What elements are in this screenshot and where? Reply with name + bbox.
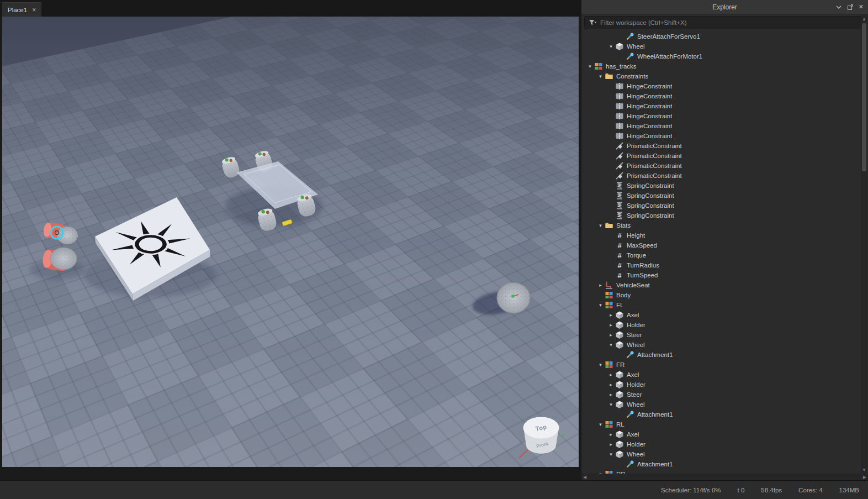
tree-item-attachment1[interactable]: Attachment1 xyxy=(581,350,860,360)
tree-item-hingeconstraint[interactable]: HingeConstraint xyxy=(581,131,860,141)
red-cylinder-parts[interactable] xyxy=(30,222,85,280)
expand-down-arrow[interactable]: ▾ xyxy=(607,342,615,348)
tree-item-springconstraint[interactable]: SpringConstraint xyxy=(581,201,860,211)
tree-item-label: Holder xyxy=(627,381,645,388)
expand-right-arrow[interactable]: ▸ xyxy=(596,282,605,288)
tree-item-springconstraint[interactable]: SpringConstraint xyxy=(581,191,860,201)
tree-item-holder[interactable]: ▸Holder xyxy=(581,380,860,390)
loose-wheel-part[interactable] xyxy=(470,283,530,318)
number-value-icon: # xyxy=(615,241,624,250)
scroll-right-arrow[interactable]: ▶ xyxy=(863,475,866,480)
explorer-vertical-scrollbar[interactable]: ▲ ▼ xyxy=(861,15,867,473)
tree-item-hingeconstraint[interactable]: HingeConstraint xyxy=(581,91,860,101)
tree-item-turnspeed[interactable]: #TurnSpeed xyxy=(581,270,860,280)
tree-item-label: WheelAttachForMotor1 xyxy=(637,53,702,60)
status-scheduler: Scheduler: 114f/s 0% xyxy=(661,487,721,493)
tree-item-holder[interactable]: ▸Holder xyxy=(581,320,860,330)
tree-item-constraints[interactable]: ▾Constraints xyxy=(581,71,860,81)
explorer-header: Explorer ✕ xyxy=(581,0,868,14)
scroll-left-arrow[interactable]: ◀ xyxy=(583,475,586,480)
tree-item-hingeconstraint[interactable]: HingeConstraint xyxy=(581,81,860,91)
tree-item-body[interactable]: Body xyxy=(581,290,860,300)
spring-constraint-icon xyxy=(615,191,624,200)
tree-item-label: HingeConstraint xyxy=(627,93,672,99)
roblox-studio-window: Place1 × xyxy=(0,0,868,499)
expand-down-arrow[interactable]: ▾ xyxy=(596,302,605,308)
view-cube-gizmo[interactable]: Top Front xyxy=(519,417,565,458)
tree-item-label: SpringConstraint xyxy=(627,202,674,209)
place-tab[interactable]: Place1 × xyxy=(2,2,41,17)
explorer-horizontal-scrollbar[interactable]: ◀ ▶ xyxy=(581,474,868,480)
part-cube-icon xyxy=(615,42,624,51)
tree-item-springconstraint[interactable]: SpringConstraint xyxy=(581,211,860,220)
tree-item-wheel[interactable]: ▾Wheel xyxy=(581,400,860,409)
tree-item-vehicleseat[interactable]: ▸VehicleSeat xyxy=(581,280,860,290)
tree-item-has_tracks[interactable]: ▾has_tracks xyxy=(581,61,860,71)
tree-item-prismaticconstraint[interactable]: PrismaticConstraint xyxy=(581,161,860,171)
expand-down-arrow[interactable]: ▾ xyxy=(607,402,615,407)
tree-item-torque[interactable]: #Torque xyxy=(581,250,860,260)
viewport-canvas[interactable]: Top Front xyxy=(2,17,579,467)
tree-item-hingeconstraint[interactable]: HingeConstraint xyxy=(581,111,860,121)
expand-right-arrow[interactable]: ▸ xyxy=(607,382,615,387)
expand-down-arrow[interactable]: ▾ xyxy=(596,73,605,79)
tree-item-springconstraint[interactable]: SpringConstraint xyxy=(581,181,860,191)
tree-item-steer[interactable]: ▸Steer xyxy=(581,390,860,400)
expand-right-arrow[interactable]: ▸ xyxy=(607,332,615,338)
tree-item-label: SpringConstraint xyxy=(627,182,674,189)
workspace-filter-input[interactable] xyxy=(600,19,861,26)
tree-item-stats[interactable]: ▾Stats xyxy=(581,220,860,230)
explorer-title: Explorer xyxy=(712,3,737,11)
tree-item-attachment1[interactable]: Attachment1 xyxy=(581,459,860,469)
expand-right-arrow[interactable]: ▸ xyxy=(607,442,615,447)
tree-item-height[interactable]: #Height xyxy=(581,230,860,240)
chevron-down-icon[interactable] xyxy=(835,4,842,10)
tree-item-wheel[interactable]: ▾Wheel xyxy=(581,449,860,459)
scroll-down-arrow[interactable]: ▼ xyxy=(861,466,867,473)
tree-item-prismaticconstraint[interactable]: PrismaticConstraint xyxy=(581,171,860,181)
baseplate-star-part[interactable] xyxy=(84,197,216,301)
expand-down-arrow[interactable]: ▾ xyxy=(607,44,615,49)
tree-item-fl[interactable]: ▾FL xyxy=(581,300,860,310)
status-memory: 134MB xyxy=(839,487,859,493)
tree-item-wheelattachformotor1[interactable]: WheelAttachForMotor1 xyxy=(581,51,860,61)
tree-item-axel[interactable]: ▸Axel xyxy=(581,370,860,380)
tree-item-label: FL xyxy=(616,302,623,308)
expand-down-arrow[interactable]: ▾ xyxy=(596,223,605,228)
tree-item-steerattachforservo1[interactable]: SteerAttachForServo1 xyxy=(581,31,860,41)
tree-item-maxspeed[interactable]: #MaxSpeed xyxy=(581,240,860,250)
expand-down-arrow[interactable]: ▾ xyxy=(586,64,594,69)
tree-item-hingeconstraint[interactable]: HingeConstraint xyxy=(581,101,860,111)
tree-item-rr[interactable]: ▾RR xyxy=(581,469,860,474)
expand-right-arrow[interactable]: ▸ xyxy=(607,322,615,328)
vertical-scroll-thumb[interactable] xyxy=(862,23,866,171)
tab-close-icon[interactable]: × xyxy=(32,7,36,13)
tree-item-wheel[interactable]: ▾Wheel xyxy=(581,41,860,51)
tab-title: Place1 xyxy=(8,7,27,13)
tree-item-wheel[interactable]: ▾Wheel xyxy=(581,340,860,350)
popout-icon[interactable] xyxy=(847,4,854,10)
filter-funnel-icon[interactable] xyxy=(589,19,597,26)
scroll-up-arrow[interactable]: ▲ xyxy=(861,15,867,22)
tree-item-steer[interactable]: ▸Steer xyxy=(581,330,860,340)
expand-right-arrow[interactable]: ▸ xyxy=(607,432,615,437)
tree-item-prismaticconstraint[interactable]: PrismaticConstraint xyxy=(581,151,860,161)
expand-down-arrow[interactable]: ▾ xyxy=(596,362,605,367)
expand-right-arrow[interactable]: ▸ xyxy=(607,372,615,377)
tree-item-turnradius[interactable]: #TurnRadius xyxy=(581,260,860,270)
tree-item-hingeconstraint[interactable]: HingeConstraint xyxy=(581,121,860,131)
tree-item-label: Body xyxy=(616,292,631,298)
tree-item-prismaticconstraint[interactable]: PrismaticConstraint xyxy=(581,141,860,151)
expand-down-arrow[interactable]: ▾ xyxy=(607,451,615,457)
expand-down-arrow[interactable]: ▾ xyxy=(596,422,605,427)
tree-item-axel[interactable]: ▸Axel xyxy=(581,310,860,320)
tree-item-attachment1[interactable]: Attachment1 xyxy=(581,409,860,419)
expand-right-arrow[interactable]: ▸ xyxy=(607,312,615,318)
tree-item-fr[interactable]: ▾FR xyxy=(581,360,860,370)
expand-right-arrow[interactable]: ▸ xyxy=(607,392,615,397)
vehicle-model[interactable] xyxy=(220,149,322,232)
tree-item-axel[interactable]: ▸Axel xyxy=(581,429,860,439)
tree-item-rl[interactable]: ▾RL xyxy=(581,419,860,429)
close-icon[interactable]: ✕ xyxy=(859,4,864,10)
tree-item-holder[interactable]: ▸Holder xyxy=(581,439,860,449)
